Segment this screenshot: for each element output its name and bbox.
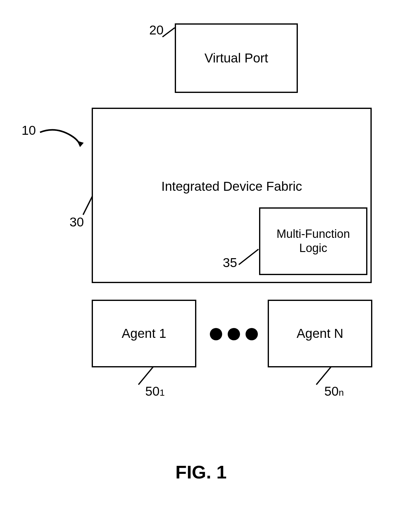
ref-50-n-label: 50n — [324, 384, 344, 399]
arrow-10 — [37, 123, 86, 151]
svg-marker-0 — [77, 141, 84, 147]
mfl-box: Multi-Function Logic — [259, 207, 367, 275]
dot-icon — [210, 328, 222, 340]
virtual-port-box: Virtual Port — [175, 23, 298, 93]
svg-line-4 — [138, 367, 153, 385]
svg-line-2 — [83, 196, 92, 215]
ref-50-1-main: 50 — [145, 384, 160, 398]
ref-20-label: 20 — [149, 23, 164, 38]
diagram-canvas: 10 Virtual Port 20 Integrated Device Fab… — [0, 0, 420, 528]
ref-50-1-sub: 1 — [160, 387, 165, 398]
svg-line-3 — [239, 249, 258, 265]
svg-line-1 — [162, 28, 175, 37]
ref-30-label: 30 — [70, 215, 84, 230]
leader-20 — [162, 28, 178, 43]
agent-1-box: Agent 1 — [92, 300, 196, 367]
mfl-line2: Logic — [299, 241, 327, 255]
ref-50-n-main: 50 — [324, 384, 339, 398]
svg-line-5 — [316, 367, 331, 385]
leader-30 — [83, 196, 98, 218]
agent-n-text: Agent N — [297, 326, 343, 341]
mfl-line1: Multi-Function — [277, 227, 350, 241]
leader-35 — [239, 249, 263, 271]
figure-caption: FIG. 1 — [175, 462, 227, 483]
ref-35-label: 35 — [223, 255, 237, 270]
dot-icon — [228, 328, 240, 340]
ref-50-n-sub: n — [339, 387, 344, 398]
virtual-port-text: Virtual Port — [205, 51, 268, 66]
agent-1-text: Agent 1 — [122, 326, 166, 341]
idf-text: Integrated Device Fabric — [93, 179, 370, 194]
ref-50-1-label: 501 — [145, 384, 165, 399]
agent-n-box: Agent N — [268, 300, 372, 367]
ref-10-label: 10 — [22, 123, 36, 138]
dot-icon — [246, 328, 258, 340]
ellipsis-dots — [210, 328, 258, 340]
